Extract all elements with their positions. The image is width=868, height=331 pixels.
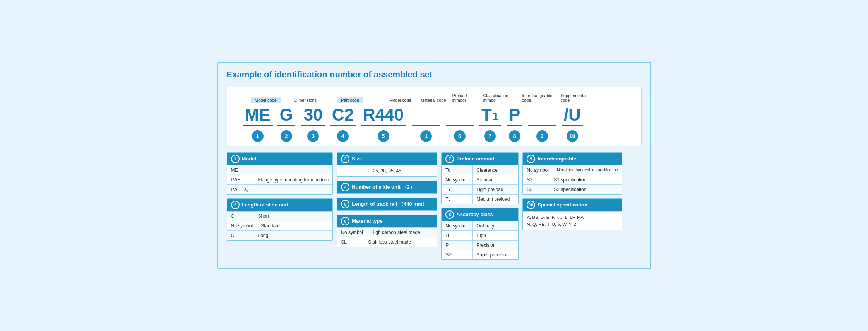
label-model-code2: Model code (388, 97, 413, 103)
circle-size: 3 (341, 155, 349, 163)
code-R440: R440 5 (361, 106, 406, 142)
table-model-title: Model (242, 156, 257, 162)
code-30: 30 3 (301, 106, 325, 142)
circle-7: 7 (484, 130, 496, 142)
table-row: No symbol Standard (442, 175, 518, 184)
table-row: No symbol Standard (227, 221, 333, 230)
label-part-code: Part code (337, 97, 363, 103)
code-blank1: 1 (412, 106, 440, 142)
circle-10: 10 (567, 130, 578, 142)
circle-4: 4 (337, 130, 349, 142)
table-row: G Long (227, 230, 333, 240)
table-interchangeable: 9 Interchangeable No symbol Non-intercha… (522, 152, 622, 195)
table-special-value: A, BS, D, E, F, I, J, L, LF, MA N, Q, RE… (523, 211, 622, 230)
table-row: LWE…Q (227, 184, 333, 194)
table-row: SL Stainless steel made (337, 237, 437, 247)
code-slash-U: /U 10 (562, 106, 583, 142)
table-interchangeable-header: 9 Interchangeable (523, 153, 622, 165)
table-slide-unit-num: 4 Number of slide unit （2） (337, 181, 437, 194)
table-special-header: 10 Special specification (523, 199, 622, 211)
table-size-header: 3 Size (337, 153, 437, 165)
table-row: No symbol Ordinary (442, 221, 518, 230)
table-track-rail-header: 5 Length of track rail （440 mm） (337, 198, 437, 210)
table-interchangeable-title: Interchangeable (538, 156, 576, 162)
label-classification-symbol: Classification symbol (482, 92, 520, 103)
circle-2: 2 (281, 130, 292, 142)
circle-8: 8 (509, 130, 520, 142)
table-row: No symbol High carbon steel made (337, 227, 437, 237)
table-size-value: 25, 30, 35, 45 (337, 165, 437, 176)
code-blank6: 6 (446, 106, 474, 142)
table-row: ME (227, 165, 333, 175)
table-material-header: 6 Material type (337, 215, 437, 227)
circle-3: 3 (307, 130, 319, 142)
col-mid: 3 Size 25, 30, 35, 45 4 Number of slide … (337, 152, 437, 247)
col-left: 1 Model ME LWE Flange type mounting from… (227, 152, 333, 241)
table-slide-length-title: Length of slide unit (242, 202, 288, 208)
table-row: SP Super precision (442, 250, 518, 259)
table-model-header: 1 Model (227, 153, 333, 165)
label-supplemental-code: Supplemental code (559, 92, 590, 103)
table-row: Tc Clearance (442, 165, 518, 175)
circle-slide-unit-num: 4 (341, 183, 349, 191)
code-C2: C2 4 (330, 106, 356, 142)
table-row: No symbol Non-interchangeable specificat… (523, 165, 622, 175)
table-model: 1 Model ME LWE Flange type mounting from… (227, 152, 333, 195)
table-row: T₂ Medium preload (442, 194, 518, 204)
circle-9: 9 (536, 130, 548, 142)
circle-slide-length: 2 (231, 201, 240, 209)
table-track-rail-title: Length of track rail （440 mm） (352, 201, 427, 208)
table-slide-length-header: 2 Length of slide unit (227, 199, 333, 211)
table-preload-header: 7 Preload amount (442, 153, 518, 165)
diagram-area: Model code Dimensions Part code Model co… (227, 87, 642, 146)
table-preload-title: Preload amount (456, 156, 494, 162)
circle-model: 1 (231, 155, 240, 163)
table-slide-unit-num-title: Number of slide unit （2） (352, 184, 415, 191)
table-accuracy: 8 Accuracy class No symbol Ordinary H Hi… (441, 208, 519, 260)
table-row: T₁ Light preload (442, 184, 518, 194)
circle-preload: 7 (445, 155, 454, 163)
label-preload-symbol: Preload symbol (451, 92, 482, 103)
circle-material: 6 (341, 217, 349, 225)
circle-1b: 1 (420, 130, 432, 142)
label-model-code: Model code (251, 97, 281, 103)
table-size: 3 Size 25, 30, 35, 45 (337, 152, 437, 177)
code-G: G 2 (277, 106, 295, 142)
label-dimensions: Dimensions (293, 97, 318, 103)
table-material-title: Material type (352, 218, 382, 224)
table-accuracy-header: 8 Accuracy class (442, 208, 518, 221)
circle-special: 10 (527, 201, 535, 209)
code-ME: ME 1 (243, 106, 273, 142)
table-slide-unit-num-header: 4 Number of slide unit （2） (337, 181, 437, 193)
table-row: S1 S1 specification (523, 175, 622, 184)
table-accuracy-title: Accuracy class (456, 212, 493, 217)
col-right2: 9 Interchangeable No symbol Non-intercha… (522, 152, 622, 231)
label-interchangeable-code: Interchangeable code (520, 92, 559, 103)
code-P: P 8 (507, 106, 522, 142)
table-slide-length: 2 Length of slide unit C Short No symbol… (227, 198, 333, 241)
table-row: C Short (227, 211, 333, 221)
table-size-title: Size (352, 156, 362, 162)
code-T1: T₁ 7 (479, 106, 501, 142)
table-special-title: Special specification (538, 202, 587, 208)
code-blank9: 9 (528, 106, 556, 142)
tables-area: 1 Model ME LWE Flange type mounting from… (227, 152, 642, 260)
circle-interchangeable: 9 (527, 155, 535, 163)
table-track-rail: 5 Length of track rail （440 mm） (337, 198, 437, 211)
circle-1a: 1 (252, 130, 264, 142)
col-right1: 7 Preload amount Tc Clearance No symbol … (441, 152, 519, 260)
circle-5: 5 (378, 130, 389, 142)
table-preload: 7 Preload amount Tc Clearance No symbol … (441, 152, 519, 204)
page-title: Example of identification number of asse… (227, 70, 642, 80)
table-row: H High (442, 230, 518, 240)
table-special: 10 Special specification A, BS, D, E, F,… (522, 198, 622, 231)
circle-accuracy: 8 (445, 210, 454, 219)
table-row: LWE Flange type mounting from bottom (227, 175, 333, 184)
table-row: P Precision (442, 240, 518, 250)
circle-track-rail: 5 (341, 200, 349, 208)
table-row: S2 S2 specification (523, 184, 622, 194)
main-container: Example of identification number of asse… (217, 62, 651, 269)
table-material: 6 Material type No symbol High carbon st… (337, 215, 437, 247)
circle-6: 6 (454, 130, 466, 142)
label-material-code: Material code (419, 97, 447, 103)
